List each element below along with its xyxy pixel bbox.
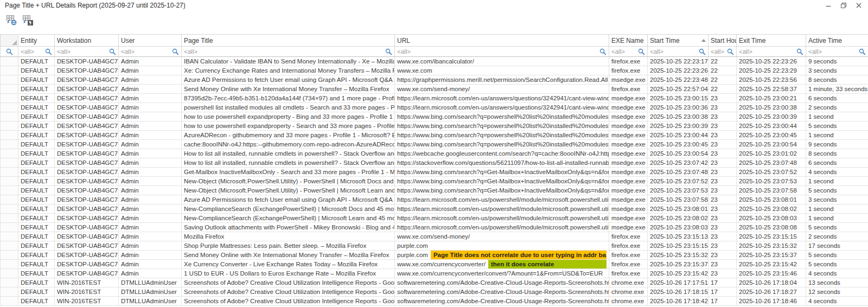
filter-cell-entity[interactable]: <all> xyxy=(18,47,55,57)
cell-exit-time: 2025-10-25 23:15:42 xyxy=(737,260,806,269)
search-filter-icon[interactable] xyxy=(859,48,866,55)
table-row[interactable]: DEFAULTDESKTOP-UAB4GC7AdminMozilla Firef… xyxy=(1,232,868,241)
table-row[interactable]: DEFAULTWIN-2016TESTDTMLLUAdminUserScreen… xyxy=(1,278,868,287)
table-row[interactable]: DEFAULTDESKTOP-UAB4GC7AdminNew-Complianc… xyxy=(1,204,868,214)
column-header-label: Exit Time xyxy=(739,37,765,44)
table-row[interactable]: DEFAULTDESKTOP-UAB4GC7AdminSend Money On… xyxy=(1,85,868,94)
search-filter-icon[interactable] xyxy=(6,48,13,55)
minimize-button[interactable] xyxy=(824,1,832,9)
table-row[interactable]: DEFAULTDESKTOP-UAB4GC7Adminpowershell li… xyxy=(1,103,868,112)
cell-active-time: 8 seconds xyxy=(806,149,868,158)
close-icon xyxy=(856,2,862,9)
filter-cell-indicator[interactable] xyxy=(1,47,18,57)
filter-cell-url[interactable]: <all> xyxy=(395,47,609,57)
filter-cell-exe_name[interactable]: <all> xyxy=(609,47,648,57)
filter-cell-workstation[interactable]: <all> xyxy=(55,47,119,57)
column-header-start_time[interactable]: Start Time xyxy=(648,35,709,47)
table-row[interactable]: DEFAULTDESKTOP-UAB4GC7AdminGet-Mailbox I… xyxy=(1,168,868,177)
export-grid-to-web-button[interactable] xyxy=(5,14,18,27)
cell-exit-time: 2025-10-26 17:18:46 xyxy=(737,297,806,306)
row-indicator-cell xyxy=(1,149,18,158)
cell-workstation: DESKTOP-UAB4GC7 xyxy=(55,103,119,112)
table-row[interactable]: DEFAULTDESKTOP-UAB4GC7AdminAzureADRecon … xyxy=(1,131,868,140)
table-row[interactable]: DEFAULTDESKTOP-UAB4GC7Admincache:8oooINN… xyxy=(1,140,868,149)
table-row[interactable]: DEFAULTWIN-2016TESTDTMLLUAdminUserScreen… xyxy=(1,297,868,306)
cell-start-time: 2025-10-25 22:23:26 xyxy=(648,66,709,75)
filter-cell-start_time[interactable]: <all> xyxy=(648,47,709,57)
cell-start-hour: 23 xyxy=(709,204,737,214)
cell-entity: DEFAULT xyxy=(18,85,55,94)
filter-cell-page_title[interactable]: <all> xyxy=(182,47,395,57)
cell-url: https://learn.microsoft.com/en-us/answer… xyxy=(395,94,609,103)
filter-cell-start_hour[interactable]: <all> xyxy=(709,47,737,57)
column-header-page_title[interactable]: Page Title xyxy=(182,35,395,47)
search-filter-icon[interactable] xyxy=(638,48,645,55)
column-header-url[interactable]: URL xyxy=(395,35,609,47)
cell-url: https://learn.microsoft.com/en-us/answer… xyxy=(395,103,609,112)
column-header-start_hour[interactable]: Start Hour xyxy=(709,35,737,47)
table-row[interactable]: DEFAULTDESKTOP-UAB4GC7AdminSend Money On… xyxy=(1,251,868,260)
cell-url: https://learn.microsoft.com/en-us/powers… xyxy=(395,223,609,232)
cell-exe-name: firefox.exe xyxy=(609,269,648,278)
close-button[interactable] xyxy=(854,1,863,9)
row-indicator-cell xyxy=(1,177,18,186)
table-row[interactable]: DEFAULTDESKTOP-UAB4GC7AdminNew-Complianc… xyxy=(1,214,868,223)
table-row[interactable]: DEFAULTDESKTOP-UAB4GC7AdminAzure AD Perm… xyxy=(1,75,868,85)
table-row[interactable]: DEFAULTDESKTOP-UAB4GC7Adminhow to use po… xyxy=(1,121,868,131)
table-row[interactable]: DEFAULTDESKTOP-UAB4GC7Admin1 USD to EUR … xyxy=(1,269,868,278)
select-all-corner[interactable] xyxy=(1,35,18,47)
restore-button[interactable] xyxy=(839,1,847,9)
search-filter-icon[interactable] xyxy=(45,48,52,55)
cell-active-time: 9 seconds xyxy=(806,140,868,149)
cell-active-time: 5 seconds xyxy=(806,251,868,260)
column-header-exe_name[interactable]: EXE Name xyxy=(609,35,648,47)
cell-exit-time: 2025-10-25 23:01:02 xyxy=(737,149,806,158)
table-row[interactable]: DEFAULTDESKTOP-UAB4GC7Admin87395d2b-7ecc… xyxy=(1,94,868,103)
cell-user: Admin xyxy=(119,195,182,204)
cell-workstation: DESKTOP-UAB4GC7 xyxy=(55,131,119,140)
column-header-label: URL xyxy=(397,37,410,44)
cell-start-hour: 17 xyxy=(709,287,737,297)
cell-exit-time: 2025-10-25 23:00:39 xyxy=(737,112,806,121)
column-header-workstation[interactable]: Workstation xyxy=(55,35,119,47)
filter-cell-exit_time[interactable]: <all> xyxy=(737,47,806,57)
url-text: https://www.bing.com/search?q=Get-Mailbo… xyxy=(397,186,609,195)
table-row[interactable]: DEFAULTDESKTOP-UAB4GC7AdminAzure AD Perm… xyxy=(1,195,868,204)
row-indicator-cell xyxy=(1,131,18,140)
column-header-exit_time[interactable]: Exit Time xyxy=(737,35,806,47)
table-row[interactable]: DEFAULTDESKTOP-UAB4GC7AdminXe: Currency … xyxy=(1,66,868,75)
cell-entity: DEFAULT xyxy=(18,241,55,251)
search-filter-icon[interactable] xyxy=(727,48,734,55)
url-text: https://www.bing.com/search?q=Get-Mailbo… xyxy=(397,168,609,176)
search-filter-icon[interactable] xyxy=(699,48,706,55)
column-header-active_time[interactable]: Active Time xyxy=(806,35,868,47)
table-row[interactable]: DEFAULTDESKTOP-UAB4GC7Adminhow to use po… xyxy=(1,112,868,121)
search-filter-icon[interactable] xyxy=(172,48,179,55)
url-text: softwaremetering.com/Adobe-Creative-Clou… xyxy=(397,287,609,296)
table-row[interactable]: DEFAULTDESKTOP-UAB4GC7AdminSaving Outloo… xyxy=(1,223,868,232)
filter-cell-user[interactable]: <all> xyxy=(119,47,182,57)
filter-value: <all> xyxy=(397,48,411,55)
search-filter-icon[interactable] xyxy=(599,48,607,55)
export-grid-to-file-button[interactable] xyxy=(21,14,34,27)
url-text: https://www.bing.com/search?q=powershell… xyxy=(397,131,609,139)
table-row[interactable]: DEFAULTDESKTOP-UAB4GC7AdminShop Purple M… xyxy=(1,241,868,251)
table-row[interactable]: DEFAULTDESKTOP-UAB4GC7AdminHow to list a… xyxy=(1,149,868,158)
search-filter-icon[interactable] xyxy=(796,48,803,55)
cell-exe-name: msedge.exe xyxy=(609,131,648,140)
filter-cell-active_time[interactable]: <all> xyxy=(806,47,868,57)
search-filter-icon[interactable] xyxy=(385,48,392,55)
column-header-user[interactable]: User xyxy=(119,35,182,47)
column-header-entity[interactable]: Entity xyxy=(18,35,55,47)
table-row[interactable]: DEFAULTDESKTOP-UAB4GC7AdminNew-Object (M… xyxy=(1,186,868,195)
cell-user: Admin xyxy=(119,241,182,251)
table-row[interactable]: DEFAULTDESKTOP-UAB4GC7AdminIBAN Calculat… xyxy=(1,57,868,66)
cell-start-time: 2025-10-25 23:07:42 xyxy=(648,158,709,168)
row-indicator-cell xyxy=(1,186,18,195)
table-row[interactable]: DEFAULTWIN-2016TESTDTMLLUAdminUserScreen… xyxy=(1,287,868,297)
table-row[interactable]: DEFAULTDESKTOP-UAB4GC7AdminNew-Object (M… xyxy=(1,177,868,186)
search-filter-icon[interactable] xyxy=(109,48,116,55)
table-row[interactable]: DEFAULTDESKTOP-UAB4GC7AdminHow to list a… xyxy=(1,158,868,168)
cell-workstation: DESKTOP-UAB4GC7 xyxy=(55,232,119,241)
table-row[interactable]: DEFAULTDESKTOP-UAB4GC7AdminXe Currency C… xyxy=(1,260,868,269)
